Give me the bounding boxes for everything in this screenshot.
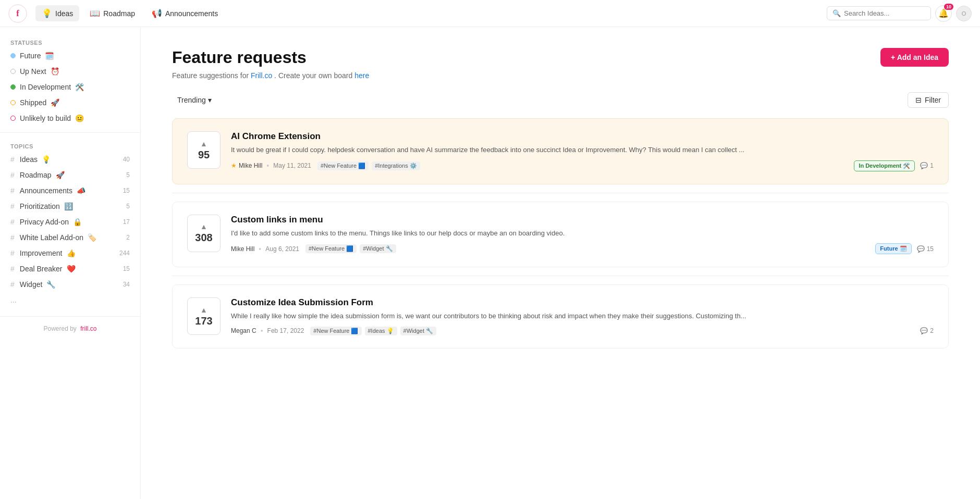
topics-section-title: Topics <box>0 139 140 152</box>
in-dev-label: In Development <box>20 83 71 91</box>
tag-widget[interactable]: #Widget 🔧 <box>400 327 436 335</box>
sidebar-item-up-next[interactable]: Up Next ⏰ <box>0 64 140 79</box>
idea-status-comments-custom-links: Future 🗓️ 💬 15 <box>875 243 934 254</box>
comment-count-custom-links[interactable]: 💬 15 <box>917 245 934 253</box>
tag-new-feature[interactable]: #New Feature 🟦 <box>305 244 357 253</box>
frill-link[interactable]: frill.co <box>80 325 96 332</box>
search-box[interactable]: 🔍 <box>827 6 931 20</box>
sidebar-item-announcements-topic[interactable]: # Announcements 📣 15 <box>0 183 140 198</box>
ideas-topic-emoji: 💡 <box>42 155 51 164</box>
sidebar-item-prioritization[interactable]: # Prioritization 🔢 5 <box>0 198 140 214</box>
notifications-button[interactable]: 🔔 10 <box>935 5 952 22</box>
tag-new-feature[interactable]: #New Feature 🟦 <box>310 327 361 335</box>
author-name: Mike Hill <box>231 245 254 253</box>
hash-icon: # <box>10 186 15 195</box>
idea-card-custom-links: ▲ 308 Custom links in menu I'd like to a… <box>172 202 949 268</box>
announcements-topic-count: 15 <box>123 187 130 194</box>
sidebar: Statuses Future 🗓️ Up Next ⏰ In Developm… <box>0 27 141 499</box>
idea-title-ai-chrome[interactable]: AI Chrome Extension <box>231 131 934 142</box>
svg-text:f: f <box>16 9 19 18</box>
sidebar-item-shipped[interactable]: Shipped 🚀 <box>0 95 140 110</box>
nav-ideas-label: Ideas <box>55 9 73 18</box>
future-emoji: 🗓️ <box>45 52 54 60</box>
search-input[interactable] <box>844 9 917 17</box>
filter-button[interactable]: ⊟ Filter <box>908 92 949 108</box>
ideas-topic-count: 40 <box>123 156 130 163</box>
sidebar-item-improvement[interactable]: # Improvement 👍 244 <box>0 245 140 261</box>
sidebar-item-widget[interactable]: # Widget 🔧 34 <box>0 277 140 292</box>
vote-count: 308 <box>195 232 212 244</box>
here-link[interactable]: here <box>354 71 369 80</box>
hash-icon: # <box>10 265 15 273</box>
upvote-icon: ▲ <box>200 306 207 314</box>
idea-date-customize-form: Feb 17, 2022 <box>267 327 304 334</box>
vote-box-ai-chrome[interactable]: ▲ 95 <box>187 131 220 169</box>
announcements-topic-label: Announcements <box>20 186 72 195</box>
vote-box-customize-form[interactable]: ▲ 173 <box>187 297 220 335</box>
sidebar-item-unlikely[interactable]: Unlikely to build 😐 <box>0 110 140 126</box>
frill-co-link[interactable]: Frill.co <box>251 71 272 80</box>
main-content: Feature requests + Add an Idea Feature s… <box>141 27 980 499</box>
roadmap-topic-count: 5 <box>126 171 130 179</box>
idea-tags-ai-chrome: #New Feature 🟦 #Integrations ⚙️ <box>317 161 854 170</box>
comment-count-customize-form[interactable]: 💬 2 <box>920 327 934 334</box>
add-idea-button[interactable]: + Add an Idea <box>880 48 949 67</box>
filter-label: Filter <box>925 96 941 104</box>
sort-button[interactable]: Trending ▾ <box>172 93 217 107</box>
comment-count-ai-chrome[interactable]: 💬 1 <box>920 162 934 169</box>
sidebar-item-roadmap-topic[interactable]: # Roadmap 🚀 5 <box>0 167 140 183</box>
ideas-nav-icon: 💡 <box>42 8 52 18</box>
improvement-label: Improvement <box>20 249 63 257</box>
idea-description-ai-chrome: It would be great if I could copy. helpd… <box>231 145 934 155</box>
idea-date-custom-links: Aug 6, 2021 <box>265 245 299 253</box>
white-label-emoji: 🏷️ <box>88 233 96 242</box>
vote-box-custom-links[interactable]: ▲ 308 <box>187 215 220 252</box>
sidebar-item-ideas[interactable]: # Ideas 💡 40 <box>0 152 140 167</box>
sidebar-item-in-development[interactable]: In Development 🛠️ <box>0 79 140 95</box>
search-icon: 🔍 <box>832 9 841 17</box>
tag-integrations[interactable]: #Integrations ⚙️ <box>372 161 420 170</box>
filter-icon: ⊟ <box>915 96 922 104</box>
future-label: Future <box>20 52 41 60</box>
sidebar-item-more[interactable]: ... <box>0 292 140 308</box>
status-badge-in-dev[interactable]: In Development 🛠️ <box>854 160 915 171</box>
widget-count: 34 <box>123 281 130 288</box>
status-badge-future[interactable]: Future 🗓️ <box>875 243 911 254</box>
sidebar-item-future[interactable]: Future 🗓️ <box>0 48 140 64</box>
nav-roadmap[interactable]: 📖 Roadmap <box>83 5 141 21</box>
sidebar-item-white-label[interactable]: # White Label Add-on 🏷️ 2 <box>0 230 140 245</box>
sidebar-item-deal-breaker[interactable]: # Deal Breaker ❤️ 15 <box>0 261 140 277</box>
future-dot <box>10 53 16 58</box>
hash-icon: # <box>10 233 15 242</box>
shipped-emoji: 🚀 <box>51 98 59 107</box>
subtitle-start: Feature suggestions for <box>172 71 249 80</box>
unlikely-emoji: 😐 <box>75 114 84 122</box>
hash-icon: # <box>10 280 15 289</box>
page-header: Feature requests + Add an Idea <box>172 48 949 67</box>
dot-sep: • <box>266 161 269 170</box>
prioritization-emoji: 🔢 <box>64 202 73 210</box>
idea-description-customize-form: While I really like how simple the idea … <box>231 311 934 321</box>
roadmap-nav-icon: 📖 <box>90 8 100 18</box>
vote-count: 95 <box>198 149 210 161</box>
unlikely-label: Unlikely to build <box>20 114 71 122</box>
tag-ideas[interactable]: #Ideas 💡 <box>365 327 397 335</box>
user-avatar[interactable]: O <box>956 6 972 21</box>
upvote-icon: ▲ <box>200 222 207 231</box>
up-next-emoji: ⏰ <box>51 67 59 76</box>
dot-sep: • <box>261 327 263 335</box>
comment-num: 2 <box>930 327 934 334</box>
page-subtitle: Feature suggestions for Frill.co . Creat… <box>172 71 949 80</box>
nav-announcements[interactable]: 📢 Announcements <box>145 5 224 21</box>
idea-title-customize-form[interactable]: Customize Idea Submission Form <box>231 297 934 308</box>
sidebar-item-privacy-add-on[interactable]: # Privacy Add-on 🔒 17 <box>0 214 140 230</box>
nav-ideas[interactable]: 💡 Ideas <box>35 5 79 21</box>
idea-title-custom-links[interactable]: Custom links in menu <box>231 215 934 225</box>
tag-new-feature[interactable]: #New Feature 🟦 <box>317 161 369 170</box>
tag-widget[interactable]: #Widget 🔧 <box>360 244 396 253</box>
frill-logo[interactable]: f <box>8 4 27 23</box>
author-name: Megan C <box>231 327 256 334</box>
page-title: Feature requests <box>172 48 307 67</box>
sort-label: Trending <box>177 96 206 104</box>
shipped-dot <box>10 100 16 105</box>
